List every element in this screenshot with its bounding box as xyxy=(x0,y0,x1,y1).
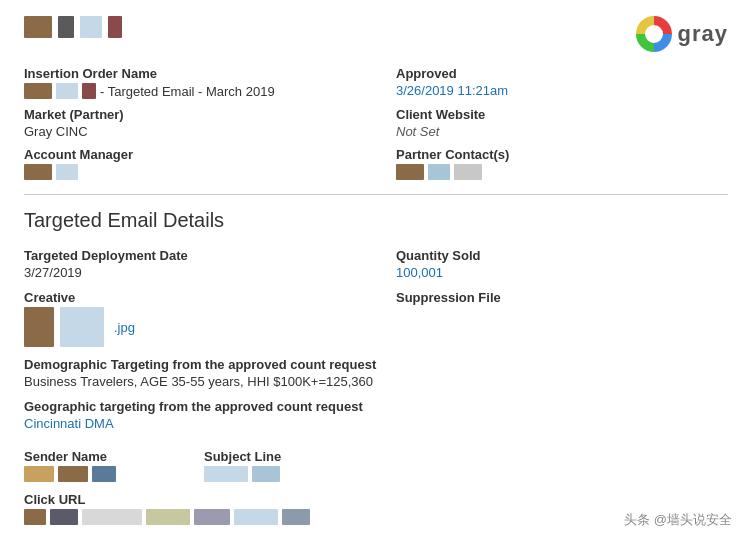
approved-value: 3/26/2019 11:21am xyxy=(396,83,728,98)
color-swatch xyxy=(50,509,78,525)
geographic-section: Geographic targeting from the approved c… xyxy=(24,399,728,431)
sender-name-label: Sender Name xyxy=(24,449,204,464)
color-swatch xyxy=(80,16,102,38)
color-swatch xyxy=(82,83,96,99)
quantity-sold-value: 100,001 xyxy=(396,265,728,280)
client-website-col: Client Website Not Set xyxy=(396,107,728,139)
color-swatch xyxy=(234,509,278,525)
subject-line-col: Subject Line xyxy=(204,439,728,482)
color-swatch xyxy=(56,83,78,99)
subject-line-label: Subject Line xyxy=(204,449,728,464)
color-swatch xyxy=(24,16,52,38)
color-swatch xyxy=(282,509,310,525)
sender-name-col: Sender Name xyxy=(24,439,204,482)
approved-label: Approved xyxy=(396,66,728,81)
color-swatch xyxy=(56,164,78,180)
deployment-date-label: Targeted Deployment Date xyxy=(24,248,356,263)
creative-swatch xyxy=(60,307,104,347)
market-label: Market (Partner) xyxy=(24,107,356,122)
click-url-swatches xyxy=(24,509,728,525)
sender-subject-row: Sender Name Subject Line xyxy=(24,439,728,482)
insertion-order-col: Insertion Order Name - Targeted Email - … xyxy=(24,66,356,99)
top-bar: gray xyxy=(24,16,728,52)
email-details-section: Targeted Email Details Targeted Deployme… xyxy=(24,209,728,525)
click-url-label: Click URL xyxy=(24,492,728,507)
color-swatch xyxy=(82,509,142,525)
deployment-date-value: 3/27/2019 xyxy=(24,265,356,280)
creative-col: Creative .jpg xyxy=(24,290,356,347)
partner-contacts-col: Partner Contact(s) xyxy=(396,147,728,180)
geographic-value: Cincinnati DMA xyxy=(24,416,728,431)
account-manager-swatches xyxy=(24,164,356,180)
insertion-order-swatches: - Targeted Email - March 2019 xyxy=(24,83,356,99)
demographic-value: Business Travelers, AGE 35-55 years, HHI… xyxy=(24,374,728,389)
logo-icon xyxy=(636,16,672,52)
suppression-file-label: Suppression File xyxy=(396,290,728,305)
insertion-order-label: Insertion Order Name xyxy=(24,66,356,81)
divider xyxy=(24,194,728,195)
demographic-label: Demographic Targeting from the approved … xyxy=(24,357,728,372)
color-swatch xyxy=(24,83,52,99)
color-swatch xyxy=(146,509,190,525)
top-swatches xyxy=(24,16,122,38)
color-swatch xyxy=(428,164,450,180)
detail-row-1: Targeted Deployment Date 3/27/2019 Quant… xyxy=(24,248,728,280)
color-swatch xyxy=(24,509,46,525)
logo-inner xyxy=(645,25,663,43)
suppression-file-col: Suppression File xyxy=(396,290,728,347)
account-manager-label: Account Manager xyxy=(24,147,356,162)
creative-swatch xyxy=(24,307,54,347)
color-swatch xyxy=(204,466,248,482)
sender-name-swatches xyxy=(24,466,204,482)
subject-line-swatches xyxy=(204,466,728,482)
demographic-section: Demographic Targeting from the approved … xyxy=(24,357,728,389)
detail-row-2: Creative .jpg Suppression File xyxy=(24,290,728,347)
client-website-label: Client Website xyxy=(396,107,728,122)
meta-row-3: Account Manager Partner Contact(s) xyxy=(24,147,728,180)
partner-contacts-swatches xyxy=(396,164,728,180)
creative-label: Creative xyxy=(24,290,356,305)
quantity-sold-label: Quantity Sold xyxy=(396,248,728,263)
approved-col: Approved 3/26/2019 11:21am xyxy=(396,66,728,99)
color-swatch xyxy=(58,16,74,38)
click-url-section: Click URL xyxy=(24,492,728,525)
color-swatch xyxy=(252,466,280,482)
watermark: 头条 @墙头说安全 xyxy=(624,511,732,529)
deployment-date-col: Targeted Deployment Date 3/27/2019 xyxy=(24,248,356,280)
logo-area: gray xyxy=(636,16,728,52)
color-swatch xyxy=(108,16,122,38)
client-website-value: Not Set xyxy=(396,124,728,139)
quantity-sold-col: Quantity Sold 100,001 xyxy=(396,248,728,280)
account-manager-col: Account Manager xyxy=(24,147,356,180)
color-swatch xyxy=(396,164,424,180)
partner-contacts-label: Partner Contact(s) xyxy=(396,147,728,162)
color-swatch xyxy=(58,466,88,482)
creative-swatches-row: .jpg xyxy=(24,307,356,347)
color-swatch xyxy=(92,466,116,482)
color-swatch xyxy=(194,509,230,525)
market-col: Market (Partner) Gray CINC xyxy=(24,107,356,139)
color-swatch xyxy=(24,466,54,482)
logo-text: gray xyxy=(678,21,728,47)
geographic-label: Geographic targeting from the approved c… xyxy=(24,399,728,414)
meta-row-1: Insertion Order Name - Targeted Email - … xyxy=(24,66,728,99)
insertion-order-value: - Targeted Email - March 2019 xyxy=(24,83,356,99)
section-title: Targeted Email Details xyxy=(24,209,728,232)
color-swatch xyxy=(454,164,482,180)
color-swatch xyxy=(24,164,52,180)
meta-row-2: Market (Partner) Gray CINC Client Websit… xyxy=(24,107,728,139)
meta-section: Insertion Order Name - Targeted Email - … xyxy=(24,66,728,180)
creative-filename: .jpg xyxy=(114,320,135,335)
market-value: Gray CINC xyxy=(24,124,356,139)
insertion-order-suffix: - Targeted Email - March 2019 xyxy=(100,84,275,99)
